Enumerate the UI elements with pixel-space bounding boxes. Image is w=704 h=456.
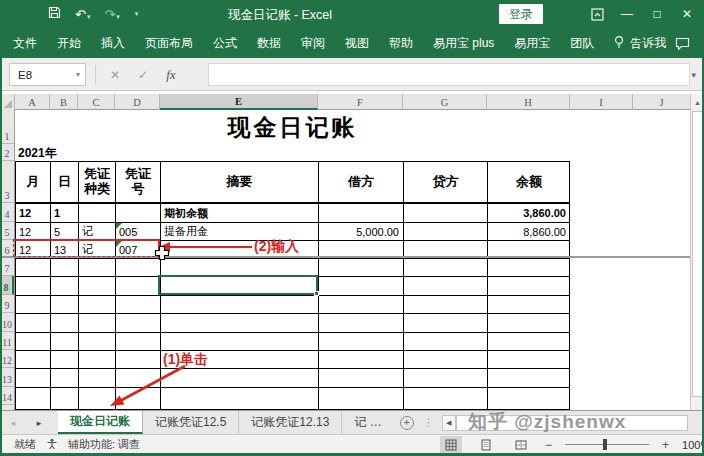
column-header-b[interactable]: B xyxy=(50,94,78,110)
header-credit[interactable]: 贷方 xyxy=(404,162,488,204)
empty-cell[interactable] xyxy=(319,277,404,296)
column-header-h[interactable]: H xyxy=(487,94,570,110)
empty-cell[interactable] xyxy=(51,259,79,277)
formula-bar-expand-icon[interactable]: ▾ xyxy=(691,70,696,80)
cell-g4[interactable] xyxy=(404,204,488,223)
empty-cell[interactable] xyxy=(488,259,570,277)
new-sheet-button[interactable]: + xyxy=(394,411,420,434)
tab-file[interactable]: 文件 xyxy=(12,28,38,58)
zoom-slider-thumb[interactable] xyxy=(603,439,607,450)
empty-cell[interactable] xyxy=(404,333,488,351)
tab-insert[interactable]: 插入 xyxy=(100,28,126,58)
name-box[interactable]: E8 ▾ xyxy=(9,63,86,86)
empty-cell[interactable] xyxy=(404,277,488,296)
empty-cell[interactable] xyxy=(51,296,79,314)
column-header-a[interactable]: A xyxy=(15,94,50,110)
cell-e4[interactable]: 期初余额 xyxy=(161,204,319,223)
page-break-view-icon[interactable] xyxy=(510,436,532,453)
cell-f4[interactable] xyxy=(319,204,404,223)
empty-cell[interactable] xyxy=(488,351,570,369)
empty-cell[interactable] xyxy=(488,314,570,333)
empty-cell[interactable] xyxy=(488,296,570,314)
empty-cell[interactable] xyxy=(404,388,488,410)
cell-d4[interactable] xyxy=(116,204,161,223)
header-day[interactable]: 日 xyxy=(51,162,79,204)
empty-cell[interactable] xyxy=(404,369,488,388)
tab-home[interactable]: 开始 xyxy=(56,28,82,58)
empty-cell[interactable] xyxy=(116,277,161,296)
header-voucher-type[interactable]: 凭证种类 xyxy=(79,162,116,204)
row-header-8[interactable]: 8 xyxy=(0,276,14,295)
empty-cell[interactable] xyxy=(51,369,79,388)
empty-cell[interactable] xyxy=(79,296,116,314)
insert-function-icon[interactable]: fx xyxy=(166,67,175,83)
empty-cell[interactable] xyxy=(319,369,404,388)
sheet-tab-2[interactable]: 记账凭证12.5 xyxy=(143,411,239,434)
empty-cell[interactable] xyxy=(319,314,404,333)
select-all-corner[interactable] xyxy=(0,94,15,110)
header-summary[interactable]: 摘要 xyxy=(161,162,319,204)
cell-b4[interactable]: 1 xyxy=(51,204,79,223)
row-header-9[interactable]: 9 xyxy=(0,295,14,313)
cell-c4[interactable] xyxy=(79,204,116,223)
column-header-g[interactable]: G xyxy=(403,94,487,110)
empty-cell[interactable] xyxy=(16,369,51,388)
empty-cell[interactable] xyxy=(116,296,161,314)
empty-cell[interactable] xyxy=(319,351,404,369)
column-header-e[interactable]: E xyxy=(160,94,318,110)
hscroll-left-icon[interactable]: ◀ xyxy=(442,415,456,431)
empty-cell[interactable] xyxy=(16,259,51,277)
sign-in-button[interactable]: 登录 xyxy=(499,4,543,24)
tell-me-box[interactable]: 告诉我 xyxy=(613,35,666,52)
empty-cell[interactable] xyxy=(404,314,488,333)
sheet-tab-4[interactable]: 记 … xyxy=(342,411,393,434)
normal-view-icon[interactable] xyxy=(440,436,462,453)
row-header-10[interactable]: 10 xyxy=(0,313,14,332)
empty-cell[interactable] xyxy=(161,333,319,351)
empty-cell[interactable] xyxy=(51,277,79,296)
empty-cell[interactable] xyxy=(51,333,79,351)
empty-cell[interactable] xyxy=(488,388,570,410)
empty-cell[interactable] xyxy=(404,351,488,369)
cell-h5[interactable]: 8,860.00 xyxy=(488,223,570,241)
empty-cell[interactable] xyxy=(16,277,51,296)
name-box-dropdown-icon[interactable]: ▾ xyxy=(76,70,80,79)
comments-icon[interactable] xyxy=(675,36,690,54)
empty-cell[interactable] xyxy=(16,351,51,369)
empty-cell[interactable] xyxy=(319,388,404,410)
tab-page-layout[interactable]: 页面布局 xyxy=(144,28,194,58)
sheet-tab-3[interactable]: 记账凭证12.13 xyxy=(239,411,342,434)
ribbon-display-options-icon[interactable] xyxy=(586,3,608,25)
empty-cell[interactable] xyxy=(16,388,51,410)
row-header-13[interactable]: 13 xyxy=(0,368,14,387)
maximize-button[interactable]: □ xyxy=(646,3,668,25)
empty-cell[interactable] xyxy=(79,333,116,351)
minimize-button[interactable]: — xyxy=(616,3,638,25)
empty-cell[interactable] xyxy=(51,388,79,410)
header-month[interactable]: 月 xyxy=(16,162,51,204)
row-header-12[interactable]: 12 xyxy=(0,350,14,368)
row-header-11[interactable]: 11 xyxy=(0,332,14,350)
sheet-tab-active[interactable]: 现金日记账 xyxy=(58,411,143,434)
row-header-3[interactable]: 3 xyxy=(0,161,14,203)
row-header-1[interactable]: 1 xyxy=(0,110,14,144)
tab-data[interactable]: 数据 xyxy=(256,28,282,58)
page-layout-view-icon[interactable] xyxy=(475,436,497,453)
empty-cell[interactable] xyxy=(488,277,570,296)
active-cell-selection[interactable] xyxy=(158,275,318,295)
empty-cell[interactable] xyxy=(16,314,51,333)
fill-handle[interactable] xyxy=(314,291,319,296)
header-voucher-no[interactable]: 凭证号 xyxy=(116,162,161,204)
cell-f5[interactable]: 5,000.00 xyxy=(319,223,404,241)
column-header-i[interactable]: I xyxy=(570,94,633,110)
cancel-icon[interactable]: ✕ xyxy=(110,68,120,82)
empty-cell[interactable] xyxy=(79,314,116,333)
empty-cell[interactable] xyxy=(116,333,161,351)
accessibility-status[interactable]: 辅助功能: 调查 xyxy=(68,437,140,452)
tab-formulas[interactable]: 公式 xyxy=(212,28,238,58)
cell-h4[interactable]: 3,860.00 xyxy=(488,204,570,223)
zoom-level[interactable]: 100% xyxy=(682,439,704,451)
column-header-j[interactable]: J xyxy=(633,94,690,110)
empty-cell[interactable] xyxy=(488,333,570,351)
empty-cell[interactable] xyxy=(79,259,116,277)
